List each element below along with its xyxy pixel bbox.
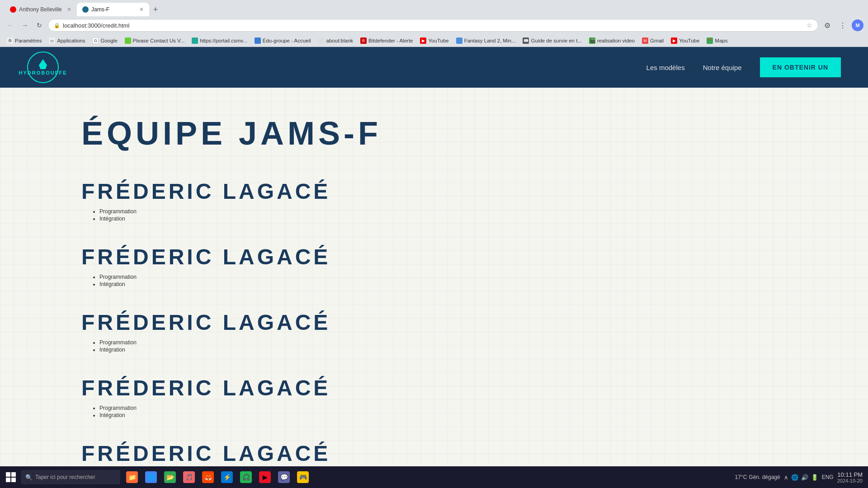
- member-role-3-1: Intégration: [99, 347, 787, 353]
- nav-links: Les modèles Notre équipe EN OBTENIR UN: [646, 57, 841, 77]
- bookmark-label-realisation: realisation video: [597, 38, 635, 43]
- system-tray: ∧ 🌐 🔊 🔋: [784, 474, 818, 481]
- taskbar-right: 17°C Gén. dégagé ∧ 🌐 🔊 🔋 ENG 10:11 PM 20…: [735, 471, 866, 483]
- bookmark-applications[interactable]: ⚏ Applications: [46, 37, 88, 45]
- taskbar-app-4[interactable]: 🎵: [180, 468, 198, 486]
- bookmarks-bar: ⚙ Paramètres ⚏ Applications G Google Ple…: [0, 34, 868, 47]
- taskbar-app-10[interactable]: 🎮: [294, 468, 312, 486]
- network-icon[interactable]: 🌐: [791, 474, 798, 481]
- extensions-icon[interactable]: ⚙: [821, 19, 834, 32]
- back-button[interactable]: ←: [5, 19, 16, 31]
- bookmark-google[interactable]: G Google: [89, 37, 120, 45]
- address-bar-row: ← → ↻ 🔒 localhost:3000/credit.html ☆ ⚙ ⋮…: [0, 16, 868, 34]
- member-role-1-0: Programmation: [99, 208, 787, 215]
- bookmark-icon-gmail: M: [642, 38, 648, 44]
- member-role-4-0: Programmation: [99, 405, 787, 411]
- bookmark-parametres[interactable]: ⚙ Paramètres: [4, 37, 45, 45]
- temperature: 17°C: [735, 474, 747, 480]
- bookmark-icon-please: [125, 38, 131, 44]
- team-member-4: FRÉDERIC LAGACÉ Programmation Intégratio…: [81, 375, 787, 418]
- taskbar-app-6[interactable]: ⚡: [218, 468, 236, 486]
- bookmark-bitdefender[interactable]: B Bitdefender - Alerte: [357, 37, 416, 45]
- tray-up-icon[interactable]: ∧: [784, 474, 788, 481]
- member-name-2: FRÉDERIC LAGACÉ: [81, 244, 787, 269]
- member-roles-3: Programmation Intégration: [81, 339, 787, 353]
- battery-icon[interactable]: 🔋: [811, 474, 818, 481]
- bookmark-yt1[interactable]: ▶ YouTube: [417, 37, 452, 45]
- tab-close-jams[interactable]: ✕: [139, 6, 144, 13]
- taskbar-app-3[interactable]: 📂: [161, 468, 179, 486]
- taskbar-app-9[interactable]: 💬: [275, 468, 293, 486]
- start-button[interactable]: [2, 468, 20, 486]
- bookmark-icon-yt1: ▶: [420, 38, 426, 44]
- logo-area[interactable]: HYDROBOUFFE: [27, 52, 59, 83]
- member-name-4: FRÉDERIC LAGACÉ: [81, 375, 787, 400]
- forward-button[interactable]: →: [19, 19, 31, 31]
- taskbar-app-icon-9: 💬: [278, 471, 290, 483]
- bookmark-fantasy[interactable]: Fantasy Land 2, Min...: [453, 37, 519, 45]
- bookmark-icon-fantasy: [456, 38, 462, 44]
- bookmark-about[interactable]: about:blank: [315, 37, 356, 45]
- windows-icon: [6, 472, 16, 482]
- bookmark-label-yt2: YouTube: [679, 38, 699, 43]
- taskbar-app-8[interactable]: ▶: [256, 468, 274, 486]
- bookmark-please[interactable]: Please Contact Us V...: [122, 37, 188, 45]
- member-roles-1: Programmation Intégration: [81, 208, 787, 222]
- member-role-3-0: Programmation: [99, 339, 787, 346]
- taskbar-search[interactable]: 🔍 Taper ici pour rechercher: [21, 470, 120, 484]
- bookmark-label-maps: Maps: [715, 38, 727, 43]
- tab-anthony[interactable]: Anthony Belleville ✕: [5, 3, 77, 16]
- logo-text: HYDROBOUFFE: [19, 70, 67, 75]
- language-indicator[interactable]: ENG: [822, 474, 834, 480]
- new-tab-button[interactable]: +: [149, 3, 162, 16]
- taskbar-app-icon-8: ▶: [259, 471, 271, 483]
- bookmark-edu[interactable]: Édu-groupe - Accueil: [251, 37, 314, 45]
- taskbar-app-icon-10: 🎮: [297, 471, 309, 483]
- taskbar-app-5[interactable]: 🦊: [199, 468, 217, 486]
- bookmark-guide[interactable]: 📖 Guide de survie en t...: [519, 37, 585, 45]
- tab-jams[interactable]: Jams-F ✕: [77, 3, 149, 16]
- taskbar-app-icon-2: 🌐: [145, 471, 157, 483]
- cta-button[interactable]: EN OBTENIR UN: [760, 57, 841, 77]
- bookmark-portail[interactable]: https://portail.csmv...: [189, 37, 250, 45]
- bookmark-icon-bitdefender: B: [360, 38, 367, 44]
- bookmark-gmail[interactable]: M Gmail: [639, 37, 667, 45]
- taskbar-app-7[interactable]: 🎧: [237, 468, 255, 486]
- bookmark-maps[interactable]: 📍 Maps: [703, 37, 731, 45]
- tab-close-anthony[interactable]: ✕: [67, 6, 71, 13]
- profile-button[interactable]: M: [852, 19, 863, 31]
- bookmark-yt2[interactable]: ▶ YouTube: [668, 37, 703, 45]
- reload-button[interactable]: ↻: [33, 19, 45, 31]
- logo-circle: HYDROBOUFFE: [27, 52, 59, 83]
- navbar: HYDROBOUFFE Les modèles Notre équipe EN …: [0, 47, 868, 88]
- bookmark-realisation[interactable]: 🎬 realisation video: [586, 37, 638, 45]
- taskbar-app-icon-4: 🎵: [183, 471, 195, 483]
- bookmark-label-parametres: Paramètres: [15, 38, 42, 43]
- time-display: 10:11 PM: [837, 471, 863, 478]
- main-content: ÉQUIPE JAMS-F FRÉDERIC LAGACÉ Programmat…: [0, 88, 868, 488]
- team-member-3: FRÉDERIC LAGACÉ Programmation Intégratio…: [81, 310, 787, 353]
- toolbar-icons: ⚙ ⋮ M: [821, 19, 863, 32]
- datetime-display: 10:11 PM 2024-10-20: [837, 471, 863, 483]
- member-roles-2: Programmation Intégration: [81, 274, 787, 287]
- search-icon: 🔍: [25, 474, 33, 481]
- bookmark-icon-portail: [192, 38, 198, 44]
- weather-info: 17°C Gén. dégagé: [735, 474, 780, 480]
- bookmark-label-yt1: YouTube: [428, 38, 448, 43]
- nav-link-team[interactable]: Notre équipe: [703, 64, 742, 71]
- page-title: ÉQUIPE JAMS-F: [81, 115, 787, 152]
- taskbar-app-icon-6: ⚡: [221, 471, 233, 483]
- tab-favicon-jams: [82, 6, 89, 13]
- tab-favicon-anthony: [10, 6, 16, 13]
- taskbar-app-1[interactable]: 📁: [123, 468, 141, 486]
- taskbar-app-2[interactable]: 🌐: [142, 468, 160, 486]
- member-role-2-1: Intégration: [99, 281, 787, 287]
- address-bar[interactable]: 🔒 localhost:3000/credit.html ☆: [48, 19, 818, 32]
- member-name-5: FRÉDERIC LAGACÉ: [81, 441, 787, 466]
- bookmark-label-fantasy: Fantasy Land 2, Min...: [464, 38, 516, 43]
- nav-link-models[interactable]: Les modèles: [646, 64, 685, 71]
- bookmark-icon-about: [318, 38, 325, 44]
- bookmark-label-please: Please Contact Us V...: [133, 38, 185, 43]
- volume-icon[interactable]: 🔊: [801, 474, 808, 481]
- more-options-icon[interactable]: ⋮: [836, 19, 849, 32]
